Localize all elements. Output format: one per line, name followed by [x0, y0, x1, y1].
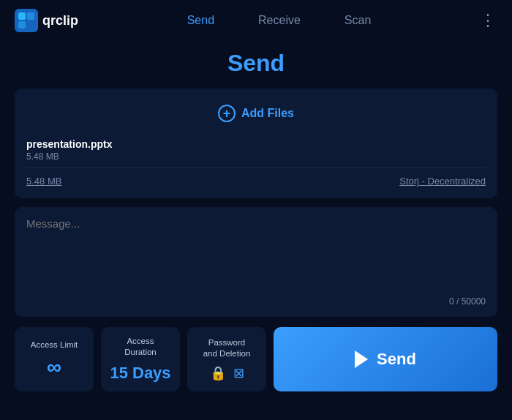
access-limit-label: Access Limit [31, 340, 78, 350]
file-info: presentation.pptx 5.48 MB [26, 135, 486, 168]
nav-scan[interactable]: Scan [345, 14, 371, 27]
send-triangle-icon [355, 350, 368, 368]
message-input[interactable] [26, 217, 486, 290]
nav-receive[interactable]: Receive [258, 14, 301, 27]
message-card: 0 / 50000 [15, 207, 497, 317]
svg-rect-2 [27, 12, 34, 20]
access-duration-label: Access Duration [124, 336, 156, 358]
storage-link[interactable]: Storj - Decentralized [399, 176, 486, 187]
page-title: Send [0, 50, 512, 77]
access-limit-value: ∞ [47, 356, 61, 379]
file-footer: 5.48 MB Storj - Decentralized [26, 176, 486, 187]
file-card: + Add Files presentation.pptx 5.48 MB 5.… [15, 89, 497, 198]
access-duration-value: 15 Days [110, 364, 170, 383]
send-button-label: Send [377, 350, 416, 369]
logo-text: qrclip [42, 13, 78, 29]
access-duration-card[interactable]: Access Duration 15 Days [101, 327, 180, 391]
file-name: presentation.pptx [26, 138, 486, 150]
svg-rect-1 [18, 12, 26, 20]
logo: qrclip [15, 9, 78, 32]
lock-icon: 🔒 [210, 365, 226, 381]
logo-icon [15, 9, 38, 32]
nav-send[interactable]: Send [187, 14, 214, 27]
password-deletion-icons: 🔒 ⊠ [210, 365, 244, 381]
add-files-icon: + [218, 105, 236, 122]
bottom-row: Access Limit ∞ Access Duration 15 Days P… [15, 327, 497, 391]
svg-rect-0 [15, 9, 38, 32]
password-deletion-card[interactable]: Password and Deletion 🔒 ⊠ [187, 327, 266, 391]
header: qrclip Send Receive Scan ⋮ [0, 0, 512, 41]
send-button[interactable]: Send [274, 327, 497, 391]
file-size-detail: 5.48 MB [26, 151, 486, 162]
main-content: + Add Files presentation.pptx 5.48 MB 5.… [0, 89, 512, 391]
delete-icon: ⊠ [233, 365, 244, 381]
add-files-label: Add Files [241, 107, 294, 120]
access-limit-card[interactable]: Access Limit ∞ [15, 327, 94, 391]
more-menu-button[interactable]: ⋮ [480, 11, 497, 30]
password-deletion-label: Password and Deletion [203, 337, 251, 359]
add-files-button[interactable]: + Add Files [26, 100, 486, 127]
svg-rect-3 [18, 21, 26, 29]
nav: Send Receive Scan [78, 14, 480, 27]
char-count: 0 / 50000 [26, 296, 486, 307]
file-size-link[interactable]: 5.48 MB [26, 176, 61, 187]
